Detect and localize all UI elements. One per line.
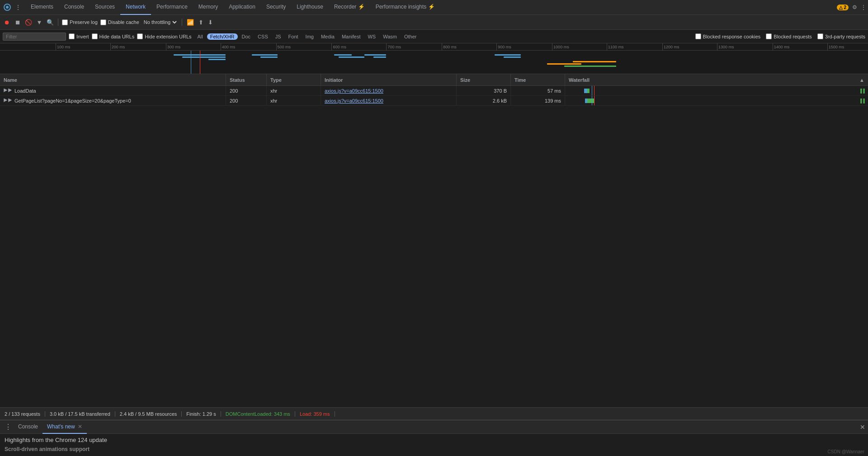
stop-button[interactable]: ⏹: [14, 18, 22, 26]
disable-cache-checkbox-label[interactable]: Disable cache: [100, 19, 139, 25]
blocked-cookies-checkbox-label[interactable]: Blocked response cookies: [695, 33, 761, 39]
clear-button[interactable]: 🚫: [24, 18, 33, 26]
table-row[interactable]: ⯈⯈ GetPageList?pageNo=1&pageSize=20&page…: [0, 96, 868, 106]
whats-new-tab-close[interactable]: ✕: [78, 423, 82, 430]
tab-elements[interactable]: Elements: [25, 0, 59, 15]
search-button[interactable]: 🔍: [46, 18, 54, 26]
chip-other[interactable]: Other: [401, 33, 420, 40]
tab-network[interactable]: Network: [120, 0, 151, 15]
chip-fetch-xhr[interactable]: Fetch/XHR: [207, 33, 238, 40]
tab-performance-insights[interactable]: Performance insights ⚡: [370, 0, 440, 15]
td-type-2: xhr: [267, 96, 321, 105]
chip-font[interactable]: Font: [285, 33, 302, 40]
wifi-icon[interactable]: 📶: [186, 18, 195, 27]
invert-checkbox[interactable]: [69, 33, 75, 39]
td-status-2: 200: [226, 96, 267, 105]
load-time: Load: 359 ms: [295, 411, 335, 417]
hide-extension-urls-checkbox[interactable]: [137, 33, 143, 39]
initiator-link-2[interactable]: axios.js?v=a09cc615:1500: [325, 98, 383, 103]
third-party-checkbox-label[interactable]: 3rd-party requests: [817, 33, 865, 39]
chip-ws[interactable]: WS: [364, 33, 379, 40]
third-party-label: 3rd-party requests: [825, 34, 865, 39]
th-type[interactable]: Type: [267, 74, 321, 85]
settings-icon[interactable]: ⚙: [852, 4, 857, 10]
initiator-link-1[interactable]: axios.js?v=a09cc615:1500: [325, 88, 383, 94]
chip-all[interactable]: All: [194, 33, 206, 40]
chip-doc[interactable]: Doc: [239, 33, 254, 40]
footer-watermark: CSDN @Wannaer: [824, 447, 868, 456]
bottom-tab-console[interactable]: Console: [14, 420, 42, 434]
invert-checkbox-label[interactable]: Invert: [69, 33, 89, 39]
blocked-requests-checkbox-label[interactable]: Blocked requests: [766, 33, 811, 39]
th-time[interactable]: Time: [511, 74, 565, 85]
th-size[interactable]: Size: [457, 74, 511, 85]
toolbar-separator-2: [182, 19, 182, 26]
more-options-icon[interactable]: ⋮: [861, 4, 866, 10]
bottom-close-button[interactable]: ✕: [860, 423, 865, 431]
network-toolbar: ⏺ ⏹ 🚫 ▼ 🔍 Preserve log Disable cache No …: [0, 15, 868, 30]
tab-sources[interactable]: Sources: [90, 0, 120, 15]
th-status[interactable]: Status: [226, 74, 267, 85]
status-bar: 2 / 133 requests 3.0 kB / 17.5 kB transf…: [0, 407, 868, 420]
tab-lighthouse[interactable]: Lighthouse: [291, 0, 329, 15]
tab-application[interactable]: Application: [223, 0, 261, 15]
tab-security[interactable]: Security: [261, 0, 291, 15]
devtools-menu-icon[interactable]: ⋮: [14, 4, 22, 11]
timeline-area[interactable]: 100 ms 200 ms 300 ms 400 ms 500 ms 600 m…: [0, 43, 868, 74]
filter-chips: All Fetch/XHR Doc CSS JS Font Img Media …: [194, 33, 420, 40]
chip-js[interactable]: JS: [272, 33, 284, 40]
upload-icon[interactable]: ⬆: [198, 18, 204, 27]
disable-cache-label: Disable cache: [108, 19, 139, 25]
tab-performance[interactable]: Performance: [151, 0, 193, 15]
download-icon[interactable]: ⬇: [207, 18, 214, 27]
th-initiator[interactable]: Initiator: [321, 74, 457, 85]
td-size-1: 370 B: [457, 86, 511, 95]
preserve-log-label: Preserve log: [70, 19, 98, 25]
td-initiator-2[interactable]: axios.js?v=a09cc615:1500: [321, 96, 457, 105]
filter-toolbar: Invert Hide data URLs Hide extension URL…: [0, 30, 868, 43]
chip-manifest[interactable]: Manifest: [339, 33, 364, 40]
resources-size: 2.4 kB / 9.5 MB resources: [115, 411, 182, 417]
chip-media[interactable]: Media: [318, 33, 338, 40]
filter-icon-button[interactable]: ▼: [35, 18, 43, 26]
th-waterfall[interactable]: Waterfall ▲: [565, 74, 868, 85]
blocked-cookies-checkbox[interactable]: [695, 33, 701, 39]
blocked-cookies-label: Blocked response cookies: [703, 34, 761, 39]
svg-point-1: [6, 6, 9, 9]
hide-data-urls-checkbox[interactable]: [92, 33, 98, 39]
bottom-tab-whats-new[interactable]: What's new ✕: [42, 420, 87, 434]
table-row[interactable]: ⯈⯈ LoadData 200 xhr axios.js?v=a09cc615:…: [0, 86, 868, 96]
preserve-log-checkbox-label[interactable]: Preserve log: [62, 19, 98, 25]
devtools-logo: [2, 2, 13, 13]
tab-recorder[interactable]: Recorder ⚡: [329, 0, 370, 15]
hide-extension-urls-checkbox-label[interactable]: Hide extension URLs: [137, 33, 191, 39]
tab-console[interactable]: Console: [59, 0, 90, 15]
td-waterfall-1: ▌▌: [565, 86, 868, 95]
td-initiator-1[interactable]: axios.js?v=a09cc615:1500: [321, 86, 457, 95]
hide-data-urls-checkbox-label[interactable]: Hide data URLs: [92, 33, 135, 39]
disable-cache-checkbox[interactable]: [100, 19, 106, 25]
record-button[interactable]: ⏺: [3, 18, 11, 26]
td-size-2: 2.6 kB: [457, 96, 511, 105]
td-name-2: ⯈⯈ GetPageList?pageNo=1&pageSize=20&page…: [0, 96, 226, 105]
td-status-1: 200: [226, 86, 267, 95]
table-scroll[interactable]: ⯈⯈ LoadData 200 xhr axios.js?v=a09cc615:…: [0, 86, 868, 407]
highlights-text: Highlights from the Chrome 124 update: [5, 437, 863, 443]
row1-name[interactable]: LoadData: [14, 88, 36, 94]
third-party-checkbox[interactable]: [817, 33, 823, 39]
th-name[interactable]: Name: [0, 74, 226, 85]
blocked-requests-checkbox[interactable]: [766, 33, 772, 39]
row2-name[interactable]: GetPageList?pageNo=1&pageSize=20&pageTyp…: [14, 98, 131, 103]
chip-wasm[interactable]: Wasm: [380, 33, 400, 40]
tab-memory[interactable]: Memory: [193, 0, 223, 15]
blocked-requests-label: Blocked requests: [774, 34, 811, 39]
preserve-log-checkbox[interactable]: [62, 19, 68, 25]
dom-content-loaded: DOMContentLoaded: 343 ms: [221, 411, 295, 417]
xhr-icon-2: ⯈⯈: [4, 98, 13, 103]
chip-css[interactable]: CSS: [255, 33, 271, 40]
whats-new-tab-label: What's new: [47, 423, 75, 430]
throttle-select[interactable]: No throttling Fast 3G Slow 3G Offline: [142, 19, 178, 25]
chip-img[interactable]: Img: [302, 33, 317, 40]
filter-input[interactable]: [3, 33, 66, 41]
bottom-menu-icon[interactable]: ⋮: [3, 422, 14, 432]
